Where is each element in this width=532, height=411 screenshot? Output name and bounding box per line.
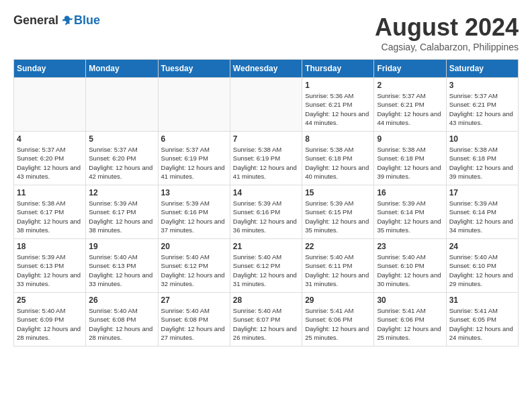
calendar-day-cell: 11Sunrise: 5:38 AM Sunset: 6:17 PM Dayli…	[14, 185, 86, 239]
day-info: Sunrise: 5:38 AM Sunset: 6:19 PM Dayligh…	[233, 145, 299, 181]
day-info: Sunrise: 5:41 AM Sunset: 6:05 PM Dayligh…	[449, 306, 515, 342]
calendar-day-cell	[230, 78, 302, 132]
day-info: Sunrise: 5:39 AM Sunset: 6:13 PM Dayligh…	[17, 253, 83, 288]
day-info: Sunrise: 5:40 AM Sunset: 6:08 PM Dayligh…	[89, 306, 154, 342]
day-info: Sunrise: 5:40 AM Sunset: 6:11 PM Dayligh…	[305, 253, 371, 288]
month-year-title: August 2024	[375, 13, 519, 42]
logo-general-text: General	[13, 13, 58, 28]
day-info: Sunrise: 5:40 AM Sunset: 6:07 PM Dayligh…	[233, 306, 299, 342]
day-number: 5	[89, 134, 154, 144]
calendar-day-cell: 10Sunrise: 5:38 AM Sunset: 6:18 PM Dayli…	[446, 132, 518, 185]
calendar-day-cell	[158, 78, 230, 132]
day-info: Sunrise: 5:39 AM Sunset: 6:15 PM Dayligh…	[305, 199, 371, 234]
weekday-header-saturday: Saturday	[446, 60, 518, 78]
day-number: 2	[377, 81, 443, 90]
day-info: Sunrise: 5:40 AM Sunset: 6:09 PM Dayligh…	[17, 306, 83, 342]
calendar-week-row: 25Sunrise: 5:40 AM Sunset: 6:09 PM Dayli…	[14, 293, 519, 347]
calendar-day-cell: 18Sunrise: 5:39 AM Sunset: 6:13 PM Dayli…	[14, 239, 86, 293]
day-number: 17	[449, 188, 515, 197]
day-info: Sunrise: 5:38 AM Sunset: 6:17 PM Dayligh…	[17, 199, 83, 234]
calendar-week-row: 1Sunrise: 5:36 AM Sunset: 6:21 PM Daylig…	[14, 78, 519, 132]
calendar-day-cell: 28Sunrise: 5:40 AM Sunset: 6:07 PM Dayli…	[230, 293, 302, 347]
calendar-day-cell: 26Sunrise: 5:40 AM Sunset: 6:08 PM Dayli…	[86, 293, 158, 347]
calendar-day-cell: 17Sunrise: 5:39 AM Sunset: 6:14 PM Dayli…	[446, 185, 518, 239]
calendar-day-cell: 13Sunrise: 5:39 AM Sunset: 6:16 PM Dayli…	[158, 185, 230, 239]
calendar-day-cell: 6Sunrise: 5:37 AM Sunset: 6:19 PM Daylig…	[158, 132, 230, 185]
calendar-day-cell: 7Sunrise: 5:38 AM Sunset: 6:19 PM Daylig…	[230, 132, 302, 185]
day-number: 29	[305, 295, 371, 305]
day-info: Sunrise: 5:39 AM Sunset: 6:16 PM Dayligh…	[233, 199, 299, 234]
day-number: 8	[305, 134, 371, 144]
calendar-table: SundayMondayTuesdayWednesdayThursdayFrid…	[13, 59, 519, 347]
day-info: Sunrise: 5:38 AM Sunset: 6:18 PM Dayligh…	[449, 145, 515, 181]
calendar-day-cell: 19Sunrise: 5:40 AM Sunset: 6:13 PM Dayli…	[86, 239, 158, 293]
day-number: 3	[449, 81, 515, 90]
day-number: 7	[233, 134, 299, 144]
day-number: 4	[17, 134, 83, 144]
day-number: 31	[449, 295, 515, 305]
logo: General Blue	[13, 13, 100, 28]
day-info: Sunrise: 5:37 AM Sunset: 6:20 PM Dayligh…	[17, 145, 83, 181]
calendar-day-cell	[86, 78, 158, 132]
day-number: 13	[161, 188, 227, 197]
day-number: 6	[161, 134, 227, 144]
day-info: Sunrise: 5:41 AM Sunset: 6:06 PM Dayligh…	[305, 306, 371, 342]
calendar-day-cell: 8Sunrise: 5:38 AM Sunset: 6:18 PM Daylig…	[302, 132, 374, 185]
calendar-week-row: 18Sunrise: 5:39 AM Sunset: 6:13 PM Dayli…	[14, 239, 519, 293]
day-number: 1	[305, 81, 371, 90]
calendar-day-cell: 5Sunrise: 5:37 AM Sunset: 6:20 PM Daylig…	[86, 132, 158, 185]
weekday-header-monday: Monday	[86, 60, 158, 78]
day-info: Sunrise: 5:41 AM Sunset: 6:06 PM Dayligh…	[377, 306, 443, 342]
calendar-day-cell: 25Sunrise: 5:40 AM Sunset: 6:09 PM Dayli…	[14, 293, 86, 347]
weekday-header-friday: Friday	[374, 60, 446, 78]
calendar-day-cell: 20Sunrise: 5:40 AM Sunset: 6:12 PM Dayli…	[158, 239, 230, 293]
weekday-header-tuesday: Tuesday	[158, 60, 230, 78]
calendar-day-cell: 21Sunrise: 5:40 AM Sunset: 6:12 PM Dayli…	[230, 239, 302, 293]
title-section: August 2024 Cagsiay, Calabarzon, Philipp…	[375, 13, 519, 52]
day-number: 16	[377, 188, 443, 197]
calendar-day-cell: 2Sunrise: 5:37 AM Sunset: 6:21 PM Daylig…	[374, 78, 446, 132]
calendar-day-cell: 15Sunrise: 5:39 AM Sunset: 6:15 PM Dayli…	[302, 185, 374, 239]
day-info: Sunrise: 5:40 AM Sunset: 6:12 PM Dayligh…	[161, 253, 227, 288]
day-number: 9	[377, 134, 443, 144]
calendar-header-row: SundayMondayTuesdayWednesdayThursdayFrid…	[14, 60, 519, 78]
day-info: Sunrise: 5:37 AM Sunset: 6:20 PM Dayligh…	[89, 145, 154, 181]
weekday-header-thursday: Thursday	[302, 60, 374, 78]
calendar-day-cell: 14Sunrise: 5:39 AM Sunset: 6:16 PM Dayli…	[230, 185, 302, 239]
calendar-day-cell: 24Sunrise: 5:40 AM Sunset: 6:10 PM Dayli…	[446, 239, 518, 293]
day-number: 26	[89, 295, 154, 305]
day-number: 15	[305, 188, 371, 197]
calendar-day-cell: 27Sunrise: 5:40 AM Sunset: 6:08 PM Dayli…	[158, 293, 230, 347]
day-info: Sunrise: 5:39 AM Sunset: 6:16 PM Dayligh…	[161, 199, 227, 234]
day-info: Sunrise: 5:40 AM Sunset: 6:12 PM Dayligh…	[233, 253, 299, 288]
calendar-day-cell: 23Sunrise: 5:40 AM Sunset: 6:10 PM Dayli…	[374, 239, 446, 293]
day-number: 28	[233, 295, 299, 305]
day-info: Sunrise: 5:38 AM Sunset: 6:18 PM Dayligh…	[377, 145, 443, 181]
day-number: 12	[89, 188, 154, 197]
calendar-day-cell	[14, 78, 86, 132]
day-number: 21	[233, 242, 299, 251]
calendar-day-cell: 29Sunrise: 5:41 AM Sunset: 6:06 PM Dayli…	[302, 293, 374, 347]
day-info: Sunrise: 5:40 AM Sunset: 6:08 PM Dayligh…	[161, 306, 227, 342]
day-number: 24	[449, 242, 515, 251]
calendar-day-cell: 31Sunrise: 5:41 AM Sunset: 6:05 PM Dayli…	[446, 293, 518, 347]
calendar-week-row: 4Sunrise: 5:37 AM Sunset: 6:20 PM Daylig…	[14, 132, 519, 185]
calendar-day-cell: 16Sunrise: 5:39 AM Sunset: 6:14 PM Dayli…	[374, 185, 446, 239]
weekday-header-wednesday: Wednesday	[230, 60, 302, 78]
day-number: 23	[377, 242, 443, 251]
day-info: Sunrise: 5:37 AM Sunset: 6:21 PM Dayligh…	[377, 91, 443, 127]
calendar-day-cell: 30Sunrise: 5:41 AM Sunset: 6:06 PM Dayli…	[374, 293, 446, 347]
day-info: Sunrise: 5:40 AM Sunset: 6:10 PM Dayligh…	[449, 253, 515, 288]
day-info: Sunrise: 5:37 AM Sunset: 6:21 PM Dayligh…	[449, 91, 515, 127]
calendar-day-cell: 12Sunrise: 5:39 AM Sunset: 6:17 PM Dayli…	[86, 185, 158, 239]
day-info: Sunrise: 5:39 AM Sunset: 6:14 PM Dayligh…	[449, 199, 515, 234]
day-info: Sunrise: 5:37 AM Sunset: 6:19 PM Dayligh…	[161, 145, 227, 181]
day-info: Sunrise: 5:40 AM Sunset: 6:13 PM Dayligh…	[89, 253, 154, 288]
calendar-day-cell: 1Sunrise: 5:36 AM Sunset: 6:21 PM Daylig…	[302, 78, 374, 132]
day-info: Sunrise: 5:36 AM Sunset: 6:21 PM Dayligh…	[305, 91, 371, 127]
day-info: Sunrise: 5:39 AM Sunset: 6:17 PM Dayligh…	[89, 199, 154, 234]
calendar-week-row: 11Sunrise: 5:38 AM Sunset: 6:17 PM Dayli…	[14, 185, 519, 239]
calendar-day-cell: 3Sunrise: 5:37 AM Sunset: 6:21 PM Daylig…	[446, 78, 518, 132]
calendar-day-cell: 9Sunrise: 5:38 AM Sunset: 6:18 PM Daylig…	[374, 132, 446, 185]
page-header: General Blue August 2024 Cagsiay, Calaba…	[13, 13, 519, 52]
